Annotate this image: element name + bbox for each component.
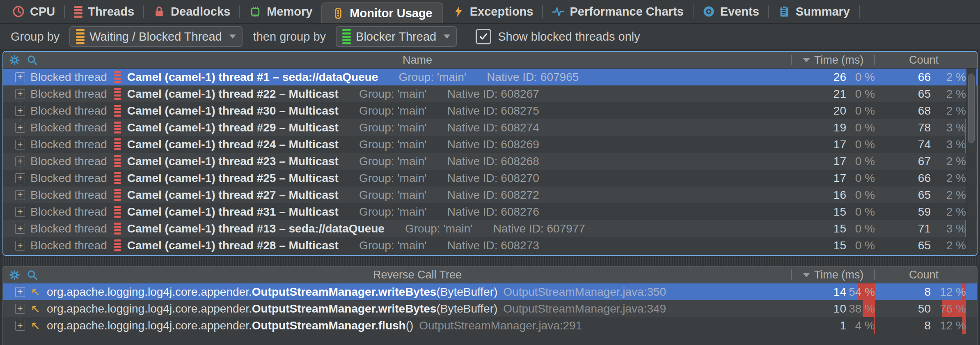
expand-icon[interactable]: + (15, 72, 25, 82)
column-header-time[interactable]: Time (ms) (792, 54, 874, 67)
thread-icon (114, 172, 121, 184)
tab-memory[interactable]: Memory (240, 0, 321, 23)
thread-icon (114, 71, 121, 83)
count-cell: 652 % (875, 237, 977, 254)
expand-icon[interactable]: + (15, 89, 25, 99)
count-cell: 592 % (875, 203, 977, 220)
panel-splitter[interactable] (1, 257, 979, 266)
count-cell: 783 % (875, 119, 977, 136)
tab-summary[interactable]: Summary (769, 0, 859, 23)
time-cell: 150 % (793, 220, 875, 237)
column-header-name[interactable]: Name (44, 54, 791, 67)
thread-name: Camel (camel-1) thread #31 – Multicast (127, 205, 339, 218)
tab-events[interactable]: Events (694, 0, 768, 23)
then-group-by-dropdown[interactable]: Blocker Thread (336, 26, 457, 47)
expand-icon[interactable]: + (15, 224, 25, 234)
expand-icon[interactable]: + (15, 287, 25, 297)
time-cell: 260 % (793, 69, 875, 85)
count-cell: 713 % (875, 220, 977, 237)
expand-icon[interactable]: + (15, 304, 25, 314)
row-prefix: Blocked thread (30, 121, 107, 134)
time-cell: 150 % (793, 203, 875, 220)
blocked-thread-row[interactable]: + Blocked thread Camel (camel-1) thread … (3, 203, 977, 220)
thread-bars-red-icon (74, 6, 82, 18)
time-cell: 200 % (793, 102, 875, 119)
column-header-count[interactable]: Count (875, 269, 977, 281)
row-prefix: Blocked thread (30, 172, 107, 185)
thread-native-id: Native ID: 608272 (447, 189, 539, 202)
blocked-thread-row[interactable]: + Blocked thread Camel (camel-1) thread … (3, 69, 977, 85)
blocked-thread-row[interactable]: + Blocked thread Camel (camel-1) thread … (3, 186, 977, 203)
call-tree-row[interactable]: + org.apache.logging.log4j.core.appender… (3, 317, 977, 334)
blocked-thread-row[interactable]: + Blocked thread Camel (camel-1) thread … (3, 153, 977, 170)
thread-name: Camel (camel-1) thread #29 – Multicast (127, 121, 339, 134)
thread-group: Group: 'main' (359, 87, 427, 101)
reverse-call-tree-rows: + org.apache.logging.log4j.core.appender… (3, 283, 977, 334)
time-cell: 1454 % (793, 283, 875, 300)
column-header-name[interactable]: Reverse Call Tree (44, 269, 791, 281)
thread-native-id: Native ID: 607977 (493, 222, 585, 235)
count-cell: 743 % (875, 136, 977, 153)
thread-native-id: Native ID: 608274 (447, 121, 539, 134)
tab-monitor-usage[interactable]: Monitor Usage (321, 2, 443, 23)
expand-icon[interactable]: + (15, 123, 25, 133)
blocked-thread-row[interactable]: + Blocked thread Camel (camel-1) thread … (3, 102, 977, 119)
search-icon[interactable] (27, 55, 38, 66)
thread-native-id: Native ID: 608269 (447, 138, 539, 151)
expand-icon[interactable]: + (15, 207, 25, 217)
tab-separator (859, 5, 860, 18)
gear-icon[interactable] (9, 269, 20, 281)
tab-label: Performance Charts (570, 5, 683, 18)
group-by-dropdown[interactable]: Waiting / Blocked Thread (69, 26, 242, 47)
row-prefix: Blocked thread (30, 87, 107, 101)
row-prefix: Blocked thread (30, 222, 107, 235)
show-blocked-threads-checkbox[interactable] (476, 29, 491, 44)
count-cell: 652 % (875, 85, 977, 102)
tab-performance-charts[interactable]: Performance Charts (543, 0, 692, 23)
time-cell: 170 % (793, 136, 875, 153)
search-icon[interactable] (27, 269, 38, 281)
expand-icon[interactable]: + (15, 156, 25, 166)
tab-threads[interactable]: Threads (65, 0, 143, 23)
thread-group: Group: 'main' (405, 222, 473, 235)
thread-native-id: Native ID: 608276 (447, 205, 539, 218)
expand-icon[interactable]: + (15, 140, 25, 150)
scrollbar-thumb[interactable] (968, 74, 975, 143)
thread-native-id: Native ID: 608267 (447, 87, 539, 101)
thread-icon (114, 155, 121, 167)
eye-icon (703, 5, 715, 18)
vertical-scrollbar[interactable] (966, 69, 976, 254)
column-header-count[interactable]: Count (875, 54, 977, 67)
blocked-thread-row[interactable]: + Blocked thread Camel (camel-1) thread … (3, 136, 977, 153)
column-header-time[interactable]: Time (ms) (792, 269, 874, 281)
blocked-thread-row[interactable]: + Blocked thread Camel (camel-1) thread … (3, 170, 977, 186)
call-tree-row[interactable]: + org.apache.logging.log4j.core.appender… (3, 300, 977, 317)
thread-icon (114, 88, 121, 100)
tab-label: CPU (30, 5, 55, 18)
reverse-call-tree-header: Reverse Call Tree Time (ms) Count (3, 267, 977, 283)
time-cell: 150 % (793, 237, 875, 254)
thread-group: Group: 'main' (359, 155, 427, 168)
blocked-thread-row[interactable]: + Blocked thread Camel (camel-1) thread … (3, 220, 977, 237)
blocked-thread-row[interactable]: + Blocked thread Camel (camel-1) thread … (3, 237, 977, 254)
expand-icon[interactable]: + (15, 106, 25, 116)
tab-label: Threads (88, 5, 134, 18)
call-tree-row[interactable]: + org.apache.logging.log4j.core.appender… (3, 283, 977, 300)
blocked-thread-row[interactable]: + Blocked thread Camel (camel-1) thread … (3, 85, 977, 102)
tab-label: Memory (267, 5, 312, 18)
tab-exceptions[interactable]: Exceptions (443, 0, 543, 23)
count-cell: 812 % (875, 283, 977, 300)
reverse-call-tree-table: Reverse Call Tree Time (ms) Count + org.… (2, 266, 978, 345)
blocked-thread-row[interactable]: + Blocked thread Camel (camel-1) thread … (3, 119, 977, 136)
tab-cpu[interactable]: CPU (3, 0, 64, 23)
thread-name: Camel (camel-1) thread #24 – Multicast (127, 138, 339, 151)
expand-icon[interactable]: + (15, 173, 25, 183)
clipboard-icon (778, 5, 790, 18)
thread-name: Camel (camel-1) thread #27 – Multicast (127, 189, 339, 202)
tab-deadlocks[interactable]: Deadlocks (144, 0, 239, 23)
group-by-label: Group by (11, 30, 60, 44)
expand-icon[interactable]: + (15, 321, 25, 331)
gear-icon[interactable] (9, 55, 20, 66)
expand-icon[interactable]: + (15, 190, 25, 200)
expand-icon[interactable]: + (15, 241, 25, 251)
